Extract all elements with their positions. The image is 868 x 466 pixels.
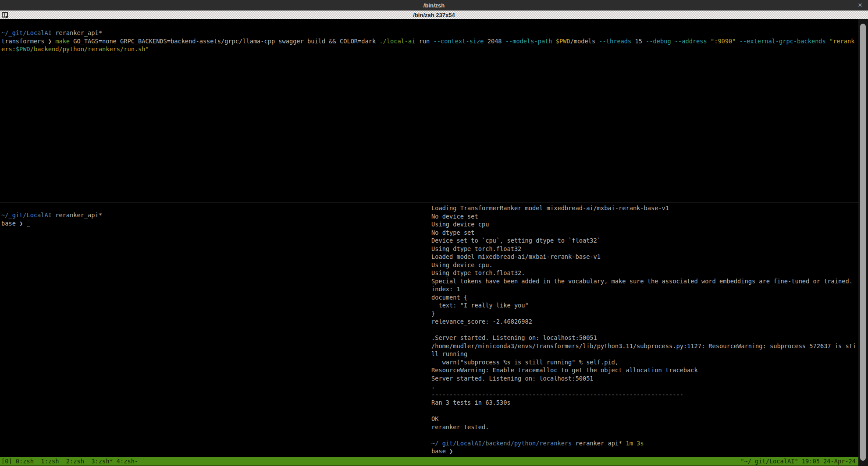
tmux-window-list[interactable]: [0] 0:zsh 1:zsh 2:zsh 3:zsh* 4:zsh- [1,457,138,466]
terminal-line: Loaded model mixedbread-ai/mxbai-rerank-… [431,253,856,261]
terminal-line: document { [431,293,856,302]
pane-bottom-right[interactable]: Loading TransformerRanker model mixedbre… [431,202,856,455]
terminal-line: ~/_git/LocalAI reranker_api* [1,29,857,37]
terminal-line: No device set [431,212,856,221]
terminal-line: ll running [431,350,856,358]
pane-bottom-left[interactable]: ~/_git/LocalAI reranker_api*base ❯ [1,202,427,227]
tab-label: /bin/zsh 237x54 [413,12,455,18]
terminal-line: . [431,382,856,391]
terminal-line: text: "I really like you" [431,301,856,310]
terminal-line: Special tokens have been added in the vo… [431,277,856,286]
scrollbar-thumb[interactable] [860,24,866,461]
terminal-line [431,326,856,334]
pane-divider-vertical[interactable] [429,202,429,457]
pane-top[interactable]: ~/_git/LocalAI reranker_api*transformers… [1,19,857,53]
terminal-line: Using dtype torch.float32. [431,269,856,277]
terminal-line [431,431,856,439]
window-title: /bin/zsh [423,2,445,9]
terminal-line: ~/_git/LocalAI reranker_api* [1,211,427,219]
terminal-line [431,407,856,415]
split-panes-icon[interactable] [2,12,8,18]
tmux-status-bar: [0] 0:zsh 1:zsh 2:zsh 3:zsh* 4:zsh- "~/_… [0,457,858,466]
terminal-cursor [27,220,30,226]
terminal-line: base ❯ [431,447,856,455]
terminal-window: /bin/zsh × /bin/zsh 237x54 ~/_git/LocalA… [0,0,868,466]
terminal-line: ----------------------------------------… [431,391,856,399]
terminal-line: base ❯ [1,219,427,228]
terminal-line: ers:$PWD/backend/python/rerankers/run.sh… [1,45,857,53]
terminal-line: Loading TransformerRanker model mixedbre… [431,204,856,212]
terminal-line: OK [431,415,856,423]
terminal-line: Ran 3 tests in 63.530s [431,399,856,407]
close-icon[interactable]: × [856,0,864,10]
scrollbar-track[interactable] [858,19,868,466]
tab-bar[interactable]: /bin/zsh 237x54 [0,11,868,19]
terminal-line: reranker tested. [431,423,856,431]
terminal-line: /home/mudler/miniconda3/envs/transformer… [431,342,856,350]
terminal-line: relevance_score: -2.46826982 [431,318,856,326]
terminal-line: .Server started. Listening on: localhost… [431,334,856,342]
terminal-line: transformers ❯ make GO_TAGS=none GRPC_BA… [1,37,857,46]
title-bar: /bin/zsh × [0,0,868,11]
terminal-content: ~/_git/LocalAI reranker_api*transformers… [0,19,858,457]
terminal-line: index: 1 [431,285,856,293]
terminal-line: Using device cpu. [431,261,856,269]
terminal-line: ResourceWarning: Enable tracemalloc to g… [431,366,856,374]
terminal-line: Using dtype torch.float32 [431,245,856,253]
terminal-line: Using device cpu [431,220,856,229]
terminal-line: _warn("subprocess %s is still running" %… [431,358,856,367]
tmux-session-info: "~/_git/LocalAI" 19:05 24-Apr-24 [740,457,856,466]
terminal-line: No dtype set [431,229,856,237]
terminal-line: Server started. Listening on: localhost:… [431,374,856,383]
terminal-line: Device set to `cpu`, setting dtype to `f… [431,237,856,245]
terminal-line: ~/_git/LocalAI/backend/python/rerankers … [431,439,856,448]
terminal-line: } [431,310,856,318]
